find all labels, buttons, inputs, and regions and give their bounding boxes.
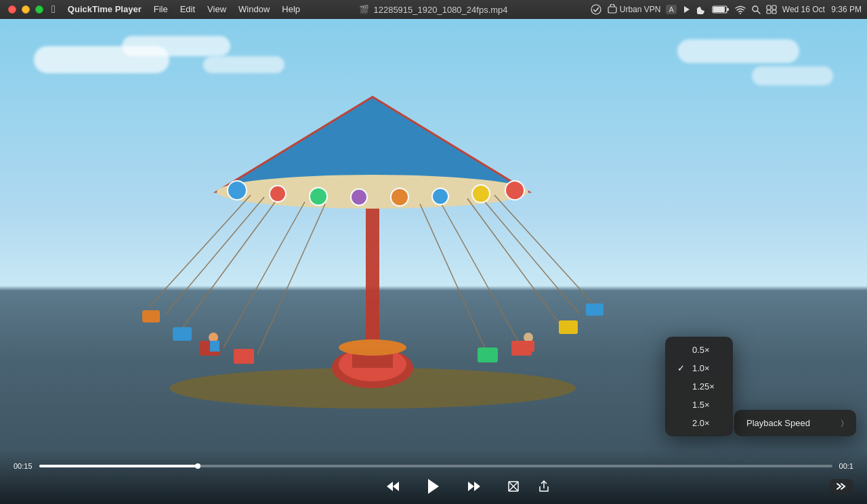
chevron-right-icon: 〉 <box>841 419 844 427</box>
svg-point-47 <box>339 339 406 356</box>
svg-marker-58 <box>468 482 474 491</box>
svg-point-7 <box>753 6 758 12</box>
svg-point-40 <box>391 188 408 206</box>
traffic-lights <box>0 5 43 14</box>
svg-point-0 <box>591 5 601 14</box>
speed-label-1.25x: 1.25× <box>692 381 715 392</box>
search-icon[interactable] <box>751 5 761 14</box>
svg-rect-29 <box>234 349 254 364</box>
help-menu[interactable]: Help <box>276 2 305 17</box>
svg-rect-30 <box>173 327 192 341</box>
svg-rect-1 <box>608 7 616 13</box>
svg-rect-31 <box>142 310 160 322</box>
speed-label-0.5x: 0.5× <box>692 345 710 355</box>
time-remaining: 00:1 <box>839 462 853 470</box>
more-options-button[interactable] <box>829 479 853 494</box>
svg-point-39 <box>351 189 367 205</box>
battery-icon[interactable] <box>712 5 729 14</box>
svg-rect-52 <box>210 341 219 352</box>
menu-bar:  QuickTime Player File Edit View Window… <box>0 0 867 19</box>
svg-rect-33 <box>478 348 498 362</box>
speed-option-2.0x[interactable]: 2.0× <box>668 414 730 432</box>
svg-point-53 <box>524 333 533 342</box>
time-label: 9:36 PM <box>831 5 862 14</box>
play-tray-icon[interactable] <box>682 5 692 14</box>
svg-point-38 <box>310 188 327 205</box>
svg-marker-55 <box>387 482 393 491</box>
close-button[interactable] <box>8 5 16 14</box>
titlebar:  QuickTime Player File Edit View Window… <box>0 0 867 19</box>
svg-point-51 <box>209 333 218 342</box>
rewind-button[interactable] <box>381 474 405 499</box>
speed-option-1.5x[interactable]: 1.5× <box>668 396 730 414</box>
file-icon: 🎬 <box>359 5 369 14</box>
svg-marker-57 <box>428 479 439 494</box>
checkmark-tray[interactable] <box>591 4 601 15</box>
cloud-4 <box>677 39 799 63</box>
trim-button[interactable] <box>501 474 526 499</box>
file-name: 12285915_1920_1080_24fps.mp4 <box>373 5 507 15</box>
vpn-tray[interactable]: Urban VPN <box>607 4 661 15</box>
time-current: 00:15 <box>14 462 33 470</box>
svg-point-43 <box>505 181 524 200</box>
svg-line-18 <box>224 202 305 348</box>
window-menu[interactable]: Window <box>233 2 275 17</box>
play-icon <box>424 477 443 496</box>
svg-point-42 <box>472 185 490 203</box>
speed-label-2.0x: 2.0× <box>692 418 710 428</box>
svg-rect-12 <box>772 10 776 14</box>
fastforward-button[interactable] <box>462 474 486 499</box>
speed-option-1.0x[interactable]: ✓ 1.0× <box>668 359 730 377</box>
play-button[interactable] <box>421 474 446 499</box>
checkmark-icon-selected: ✓ <box>677 363 687 373</box>
share-button[interactable] <box>532 474 556 499</box>
keyboard-icon[interactable]: A <box>666 5 676 14</box>
wifi-icon[interactable] <box>735 5 746 14</box>
progress-inner <box>39 465 832 467</box>
view-menu[interactable]: View <box>202 2 232 17</box>
menu-items:  QuickTime Player File Edit View Window… <box>46 2 305 17</box>
file-menu[interactable]: File <box>148 2 173 17</box>
minimize-button[interactable] <box>22 5 30 14</box>
maximize-button[interactable] <box>35 5 43 14</box>
video-area: 00:15 00:1 <box>0 19 867 504</box>
svg-rect-34 <box>559 320 578 334</box>
svg-rect-10 <box>772 5 776 9</box>
playback-speed-label: Playback Speed <box>746 418 841 428</box>
svg-rect-9 <box>767 5 771 9</box>
carousel-image <box>68 56 677 422</box>
edit-menu[interactable]: Edit <box>175 2 200 17</box>
moon-icon[interactable] <box>697 5 706 14</box>
svg-point-36 <box>228 181 247 200</box>
svg-line-26 <box>481 197 579 314</box>
window-title: 🎬 12285915_1920_1080_24fps.mp4 <box>359 5 507 15</box>
cloud-2 <box>122 36 230 56</box>
video-background: 00:15 00:1 <box>0 19 867 504</box>
control-center-icon[interactable] <box>766 5 777 14</box>
svg-point-6 <box>740 13 741 14</box>
trim-icon <box>507 480 520 493</box>
progress-thumb[interactable] <box>195 463 200 469</box>
svg-line-27 <box>494 195 596 307</box>
svg-line-8 <box>757 12 760 14</box>
more-options-icon <box>836 482 847 491</box>
speed-option-0.5x[interactable]: 0.5× <box>668 341 730 359</box>
svg-rect-5 <box>713 7 725 12</box>
system-tray: Urban VPN A <box>591 0 862 19</box>
app-menu[interactable]: QuickTime Player <box>62 2 147 17</box>
playback-speed-menu-item[interactable]: Playback Speed 〉 <box>737 414 853 432</box>
svg-rect-54 <box>525 341 534 352</box>
svg-line-21 <box>166 197 264 314</box>
apple-menu[interactable]:  <box>46 2 61 17</box>
svg-marker-2 <box>684 6 690 13</box>
speed-label-1.5x: 1.5× <box>692 400 710 410</box>
speed-label-1.0x: 1.0× <box>692 363 710 373</box>
vpn-label: Urban VPN <box>620 5 661 14</box>
speed-option-1.25x[interactable]: 1.25× <box>668 377 730 396</box>
svg-point-37 <box>270 186 286 202</box>
progress-fill <box>39 465 198 467</box>
cloud-5 <box>752 66 833 85</box>
svg-rect-4 <box>727 8 729 11</box>
svg-rect-35 <box>586 303 604 316</box>
progress-track[interactable] <box>39 465 832 467</box>
